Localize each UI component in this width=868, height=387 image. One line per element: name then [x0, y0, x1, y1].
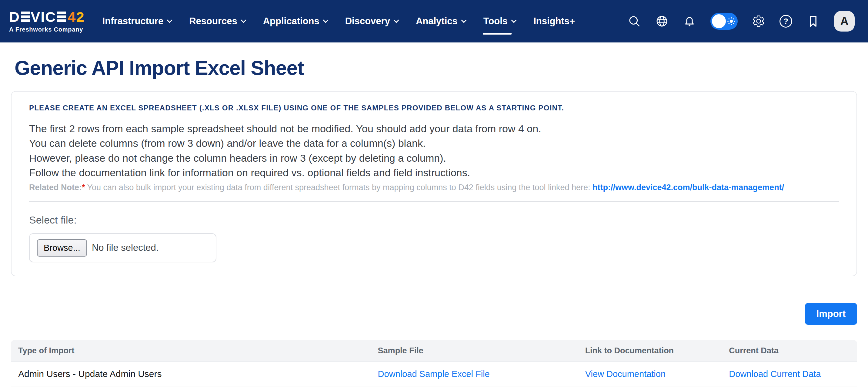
import-button-row: Import	[11, 303, 857, 325]
instruction-line: The first 2 rows from each sample spread…	[29, 121, 839, 136]
download-current-data-link[interactable]: Download Current Data	[729, 369, 821, 379]
help-glyph: ?	[783, 17, 788, 26]
chevron-down-icon	[461, 17, 466, 23]
toggle-knob	[712, 14, 726, 28]
page: DVIC42 A Freshworks Company Infrastructu…	[0, 0, 868, 387]
nav-item-insights[interactable]: Insights+	[533, 16, 575, 27]
download-sample-link[interactable]: Download Sample Excel File	[378, 369, 490, 379]
nav-icon-group: ? A	[628, 11, 855, 32]
device42-logo[interactable]: DVIC42 A Freshworks Company	[9, 10, 85, 33]
nav-item-discovery[interactable]: Discovery	[345, 16, 398, 27]
nav-item-label: Infrastructure	[102, 16, 164, 27]
settings-gear-icon[interactable]	[752, 14, 765, 28]
search-icon[interactable]	[628, 14, 641, 28]
column-header-sample-file: Sample File	[371, 340, 578, 362]
bookmark-icon[interactable]	[806, 14, 820, 28]
chevron-down-icon	[323, 17, 328, 23]
theme-toggle[interactable]	[710, 13, 738, 30]
nav-item-infrastructure[interactable]: Infrastructure	[102, 16, 172, 27]
column-header-link-to-documentation: Link to Documentation	[578, 340, 722, 362]
logo-letter: D	[9, 10, 20, 24]
nav-item-label: Tools	[484, 16, 508, 27]
help-icon[interactable]: ?	[779, 15, 792, 28]
nav-item-label: Resources	[189, 16, 237, 27]
chevron-down-icon	[393, 17, 399, 23]
import-button[interactable]: Import	[805, 303, 857, 325]
logo-four: 4	[68, 10, 76, 24]
column-header-current-data: Current Data	[722, 340, 857, 362]
notifications-bell-icon[interactable]	[683, 14, 696, 28]
user-avatar[interactable]: A	[834, 11, 855, 32]
logo-two: 2	[76, 10, 85, 24]
select-file-label: Select file:	[29, 214, 839, 226]
instructions-heading: PLEASE CREATE AN EXCEL SPREADSHEET (.XLS…	[29, 104, 839, 112]
top-navbar: DVIC42 A Freshworks Company Infrastructu…	[0, 0, 868, 42]
nav-item-resources[interactable]: Resources	[189, 16, 246, 27]
table-header-row: Type of Import Sample File Link to Docum…	[11, 340, 857, 362]
nav-item-analytics[interactable]: Analytics	[416, 16, 466, 27]
freshworks-tagline: A Freshworks Company	[9, 26, 85, 33]
column-header-type-of-import: Type of Import	[11, 340, 371, 362]
logo-letters: VIC	[31, 10, 56, 24]
instructions-card: PLEASE CREATE AN EXCEL SPREADSHEET (.XLS…	[11, 91, 857, 276]
nav-item-label: Applications	[263, 16, 319, 27]
table-row: Admin Users - Update Admin Users Downloa…	[11, 362, 857, 386]
instruction-line: Follow the documentation link for inform…	[29, 165, 839, 180]
globe-icon[interactable]	[655, 14, 669, 28]
nav-item-label: Analytics	[416, 16, 458, 27]
chevron-down-icon	[511, 17, 517, 23]
file-status-text: No file selected.	[92, 242, 159, 253]
related-note-label: Related Note:	[29, 183, 82, 192]
sun-icon	[727, 17, 736, 26]
file-input[interactable]: Browse... No file selected.	[29, 233, 216, 262]
page-title: Generic API Import Excel Sheet	[14, 56, 854, 80]
logo-e-icon	[21, 11, 30, 22]
nav-item-applications[interactable]: Applications	[263, 16, 328, 27]
device42-wordmark: DVIC42	[9, 10, 85, 24]
bulk-data-management-link[interactable]: http://www.device42.com/bulk-data-manage…	[592, 183, 784, 192]
related-note: Related Note:* You can also bulk import …	[29, 183, 839, 192]
nav-item-label: Insights+	[533, 16, 575, 27]
import-type-cell: Admin Users - Update Admin Users	[11, 362, 371, 386]
import-types-table: Type of Import Sample File Link to Docum…	[11, 340, 857, 387]
nav-item-label: Discovery	[345, 16, 390, 27]
instruction-line: You can delete columns (from row 3 down)…	[29, 136, 839, 150]
main-content: Generic API Import Excel Sheet PLEASE CR…	[0, 56, 868, 387]
browse-button[interactable]: Browse...	[37, 239, 87, 257]
avatar-letter: A	[840, 15, 848, 28]
card-divider	[29, 201, 839, 202]
main-menu: Infrastructure Resources Applications Di…	[102, 16, 575, 27]
logo-e-icon	[57, 11, 66, 22]
view-documentation-link[interactable]: View Documentation	[585, 369, 665, 379]
chevron-down-icon	[167, 17, 172, 23]
instruction-line: However, please do not change the column…	[29, 151, 839, 165]
related-note-text: You can also bulk import your existing d…	[85, 183, 592, 192]
required-asterisk: *	[82, 183, 85, 192]
nav-item-tools[interactable]: Tools	[484, 16, 516, 27]
chevron-down-icon	[241, 17, 246, 23]
